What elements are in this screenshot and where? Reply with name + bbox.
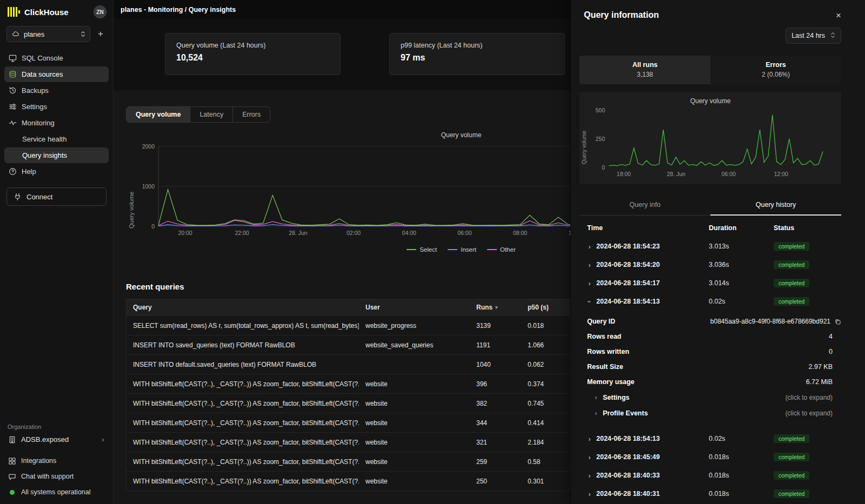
sidebar-item-query-insights[interactable]: Query insights: [4, 147, 109, 163]
legend-item: Other: [487, 246, 516, 253]
table-row[interactable]: WITH bitShiftLeft(CAST(?..), _CAST(?..))…: [127, 393, 570, 413]
chevron-right-icon[interactable]: ›: [587, 435, 592, 443]
status-badge: completed: [774, 297, 809, 306]
column-runs[interactable]: Runs ▾: [470, 304, 521, 311]
chart-ylabel: Query volume: [128, 147, 135, 229]
table-row[interactable]: INSERT INTO saved_queries (text) FORMAT …: [127, 335, 570, 354]
sidebar-item-settings[interactable]: Settings: [4, 99, 109, 115]
history-row[interactable]: ›2024-06-28 18:54:233.013scompleted: [580, 237, 841, 256]
monitoring-icon: [8, 119, 17, 127]
data-sources-icon: [8, 70, 17, 79]
tab-latency[interactable]: Latency: [190, 107, 233, 122]
column-user[interactable]: User: [359, 304, 470, 311]
table-row[interactable]: WITH bitShiftLeft(CAST(?..), _CAST(?..))…: [127, 452, 570, 471]
errors-value: 2 (0.06%): [710, 71, 841, 78]
chevron-right-icon[interactable]: ›: [587, 261, 592, 269]
table-row[interactable]: INSERT INTO default.saved_queries (text)…: [127, 354, 570, 374]
system-status[interactable]: All systems operational: [8, 488, 105, 496]
history-time-cell: ›2024-06-28 18:40:31: [580, 490, 709, 498]
sidebar-item-backups[interactable]: Backups: [4, 83, 109, 98]
sidebar-item-help[interactable]: Help: [4, 164, 109, 179]
sidebar-item-data-sources[interactable]: Data sources: [4, 66, 109, 82]
add-service-button[interactable]: +: [95, 29, 107, 39]
history-time-cell: ›2024-06-28 18:54:23: [580, 243, 709, 251]
history-duration: 0.018s: [709, 490, 774, 498]
table-row[interactable]: WITH bitShiftLeft(CAST(?..), _CAST(?..))…: [127, 471, 570, 490]
tab-query-volume[interactable]: Query volume: [127, 107, 190, 122]
table-row[interactable]: WITH bitShiftLeft(CAST(?..), _CAST(?..))…: [127, 374, 570, 393]
panel-chart-canvas: 025050018:0028. Jun06:0012:00: [584, 105, 837, 182]
sidebar-item-label: Service health: [22, 135, 66, 143]
organization-section: Organization ADSB.exposed ›: [0, 424, 113, 443]
connect-button[interactable]: Connect: [6, 187, 107, 206]
history-row[interactable]: ›2024-06-28 18:45:490.018scompleted: [580, 448, 841, 466]
history-duration: 3.036s: [709, 261, 774, 268]
column-time: Time: [580, 224, 709, 232]
chevron-right-icon[interactable]: ›: [587, 453, 592, 461]
table-row[interactable]: WITH bitShiftLeft(CAST(?..), _CAST(?..))…: [127, 413, 570, 432]
tab-query-info[interactable]: Query info: [580, 196, 710, 215]
tab-query-history[interactable]: Query history: [710, 196, 841, 216]
svg-text:2000: 2000: [142, 143, 155, 150]
sidebar-item-service-health[interactable]: Service health: [4, 131, 109, 147]
column-p50[interactable]: p50 (s): [521, 304, 570, 311]
sidebar-item-chat-support[interactable]: Chat with support: [8, 472, 105, 481]
table-row[interactable]: WITH bitShiftLeft(CAST(?..), _CAST(?..))…: [127, 432, 570, 452]
chevron-right-icon[interactable]: ›: [587, 490, 592, 498]
user-cell: website: [359, 419, 470, 427]
sidebar: ClickHouse ZN planes + SQL Console: [0, 0, 114, 504]
history-row[interactable]: ›2024-06-28 18:40:330.018scompleted: [580, 466, 841, 485]
history-row[interactable]: ›2024-06-28 18:54:203.036scompleted: [580, 256, 841, 274]
user-cell: website: [359, 458, 470, 466]
history-time-cell: ›2024-06-28 18:40:33: [580, 472, 709, 480]
tab-errors[interactable]: Errors: [233, 107, 270, 122]
chevron-right-icon[interactable]: ›: [587, 279, 592, 287]
query-cell: SELECT sum(read_rows) AS r, sum(total_ro…: [127, 322, 359, 330]
all-runs-label: All runs: [580, 61, 710, 69]
history-row[interactable]: ›2024-06-28 18:54:130.02scompleted: [580, 292, 841, 311]
history-duration: 3.013s: [709, 243, 774, 250]
user-cell: website: [359, 439, 470, 446]
column-status: Status: [774, 224, 841, 232]
detail-label: Memory usage: [587, 378, 635, 386]
detail-row: Result Size2.97 KB: [580, 359, 841, 374]
table-row[interactable]: SELECT sum(read_rows) AS r, sum(total_ro…: [127, 315, 570, 335]
footer-item-label: Integrations: [21, 457, 56, 465]
building-icon: [8, 435, 16, 443]
user-cell: website_saved_queries: [359, 341, 470, 349]
time-range-dropdown[interactable]: Last 24 hrs: [786, 28, 841, 44]
legend-label: Insert: [461, 246, 476, 253]
detail-value: 4: [829, 333, 833, 340]
history-duration: 0.018s: [709, 453, 774, 461]
legend-swatch-icon: [448, 249, 457, 250]
chevron-right-icon[interactable]: ›: [587, 243, 592, 251]
all-runs-value: 3,138: [580, 71, 710, 78]
history-row[interactable]: ›2024-06-28 18:54:173.014scompleted: [580, 274, 841, 292]
tab-errors-runs[interactable]: Errors 2 (0.06%): [710, 56, 841, 84]
service-selector[interactable]: planes: [6, 26, 90, 42]
column-query[interactable]: Query: [127, 304, 359, 311]
avatar[interactable]: ZN: [94, 5, 107, 18]
query-cell: WITH bitShiftLeft(CAST(?..), _CAST(?..))…: [127, 419, 359, 427]
sidebar-item-monitoring[interactable]: Monitoring: [4, 115, 109, 131]
legend-swatch-icon: [487, 249, 497, 250]
chevron-down-icon[interactable]: ›: [585, 299, 594, 304]
recent-queries-table: Query User Runs ▾ p50 (s) SELECT sum(rea…: [126, 299, 570, 491]
table-header: Query User Runs ▾ p50 (s): [127, 299, 570, 315]
organization-label: Organization: [8, 424, 105, 430]
p50-cell: 0.374: [521, 380, 570, 388]
organization-switcher[interactable]: ADSB.exposed ›: [8, 435, 105, 443]
expandable-row[interactable]: ›Profile Events(click to expand): [580, 405, 841, 421]
runs-cell: 382: [470, 400, 521, 407]
tab-all-runs[interactable]: All runs 3,138: [580, 56, 710, 84]
svg-text:500: 500: [595, 107, 605, 113]
chevron-right-icon[interactable]: ›: [587, 472, 592, 480]
close-icon[interactable]: ×: [836, 11, 841, 20]
sidebar-item-sql-console[interactable]: SQL Console: [4, 50, 109, 66]
history-status-cell: completed: [774, 471, 841, 480]
history-row[interactable]: ›2024-06-28 18:40:310.018scompleted: [580, 485, 841, 503]
expandable-row[interactable]: ›Settings(click to expand): [580, 389, 841, 405]
copy-icon[interactable]: [834, 318, 841, 325]
history-row[interactable]: ›2024-06-28 18:54:130.02scompleted: [580, 429, 841, 448]
sidebar-item-integrations[interactable]: Integrations: [8, 456, 105, 465]
